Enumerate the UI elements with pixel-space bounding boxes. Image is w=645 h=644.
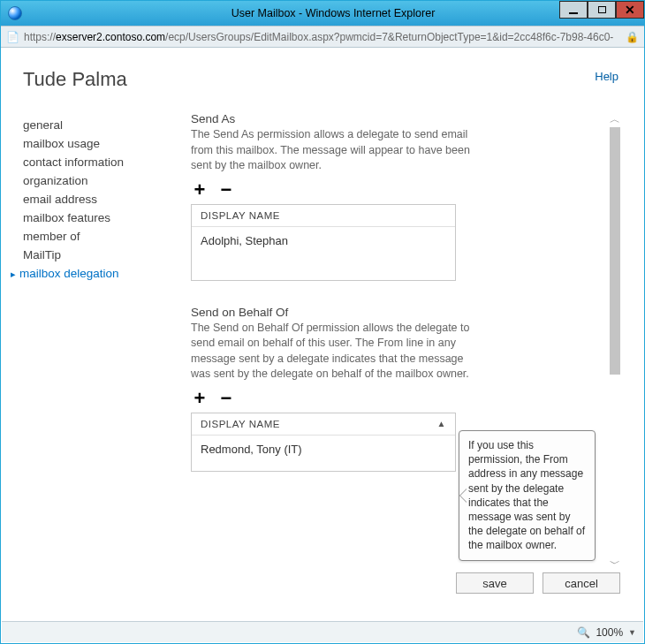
sidebar-item-organization[interactable]: organization xyxy=(23,171,173,190)
send-as-body[interactable]: Adolphi, Stephan xyxy=(192,227,455,280)
zoom-icon[interactable]: 🔍 xyxy=(577,626,590,639)
sidebar-item-mailbox-delegation[interactable]: mailbox delegation xyxy=(23,264,173,283)
url-host: exserver2.contoso.com xyxy=(56,31,165,43)
url-path: /ecp/UsersGroups/EditMailbox.aspx?pwmcid… xyxy=(165,31,613,43)
send-on-behalf-title: Send on Behalf Of xyxy=(191,306,603,319)
send-on-behalf-header[interactable]: DISPLAY NAME ▲ xyxy=(192,413,455,436)
list-item[interactable]: Redmond, Tony (IT) xyxy=(201,443,446,456)
send-as-description: The Send As permission allows a delegate… xyxy=(191,127,482,174)
footer-buttons: save cancel xyxy=(456,572,620,594)
url-field[interactable]: https://exserver2.contoso.com/ecp/UsersG… xyxy=(24,31,620,43)
save-button[interactable]: save xyxy=(456,572,534,594)
sidebar-item-mailtip[interactable]: MailTip xyxy=(23,246,173,264)
url-scheme: https:// xyxy=(24,31,56,43)
help-link[interactable]: Help xyxy=(595,70,618,83)
send-on-behalf-description: The Send on Behalf Of permission allows … xyxy=(191,321,482,383)
scroll-thumb[interactable] xyxy=(610,127,620,375)
ie-icon xyxy=(8,6,22,20)
zoom-level: 100% xyxy=(596,626,623,639)
tooltip-text: If you use this permission, the From add… xyxy=(468,439,585,551)
title-bar: User Mailbox - Windows Internet Explorer… xyxy=(1,1,644,26)
sort-ascending-icon[interactable]: ▲ xyxy=(437,419,446,429)
tooltip: If you use this permission, the From add… xyxy=(459,430,596,561)
body-grid: general mailbox usage contact informatio… xyxy=(23,112,622,572)
page-title: Tude Palma xyxy=(23,68,622,91)
sidebar: general mailbox usage contact informatio… xyxy=(23,112,173,572)
browser-window: User Mailbox - Windows Internet Explorer… xyxy=(0,0,645,644)
zoom-dropdown-icon[interactable]: ▼ xyxy=(628,628,636,637)
add-icon[interactable]: + xyxy=(191,390,209,407)
send-on-behalf-list: DISPLAY NAME ▲ Redmond, Tony (IT) xyxy=(191,413,456,472)
send-on-behalf-body[interactable]: Redmond, Tony (IT) xyxy=(192,436,455,471)
column-header-display-name: DISPLAY NAME xyxy=(201,419,280,429)
remove-icon[interactable]: − xyxy=(217,181,235,199)
remove-icon[interactable]: − xyxy=(217,390,235,407)
close-button[interactable]: ✕ xyxy=(616,1,644,19)
add-icon[interactable]: + xyxy=(191,181,209,199)
sidebar-item-mailbox-features[interactable]: mailbox features xyxy=(23,208,173,227)
column-header-display-name: DISPLAY NAME xyxy=(201,210,280,221)
page-content: Help Tude Palma general mailbox usage co… xyxy=(2,49,643,620)
scroll-track[interactable] xyxy=(610,127,620,557)
window-controls: ✕ xyxy=(559,1,644,19)
send-on-behalf-toolbar: + − xyxy=(191,390,603,407)
list-item[interactable]: Adolphi, Stephan xyxy=(201,234,446,247)
minimize-button[interactable] xyxy=(559,1,588,19)
send-as-list: DISPLAY NAME Adolphi, Stephan xyxy=(191,204,456,281)
cancel-button[interactable]: cancel xyxy=(543,572,620,594)
scrollbar: ︿ ﹀ xyxy=(607,112,622,572)
sidebar-item-mailbox-usage[interactable]: mailbox usage xyxy=(23,134,173,153)
lock-icon: 🔒 xyxy=(626,31,639,43)
main-panel: Send As The Send As permission allows a … xyxy=(173,112,622,572)
scroll-up-icon[interactable]: ︿ xyxy=(607,112,622,127)
maximize-button[interactable] xyxy=(588,1,616,19)
window-title: User Mailbox - Windows Internet Explorer xyxy=(22,7,644,19)
sidebar-item-email-address[interactable]: email address xyxy=(23,190,173,208)
favicon-icon: 📄 xyxy=(6,31,19,43)
sidebar-item-general[interactable]: general xyxy=(23,116,173,134)
send-as-toolbar: + − xyxy=(191,181,603,199)
send-as-title: Send As xyxy=(191,112,603,125)
status-bar: 🔍 100% ▼ xyxy=(2,621,643,642)
send-as-header[interactable]: DISPLAY NAME xyxy=(192,205,455,227)
address-bar: 📄 https://exserver2.contoso.com/ecp/User… xyxy=(1,26,644,48)
sidebar-item-contact-information[interactable]: contact information xyxy=(23,153,173,171)
scroll-down-icon[interactable]: ﹀ xyxy=(607,557,622,572)
sidebar-item-member-of[interactable]: member of xyxy=(23,227,173,246)
